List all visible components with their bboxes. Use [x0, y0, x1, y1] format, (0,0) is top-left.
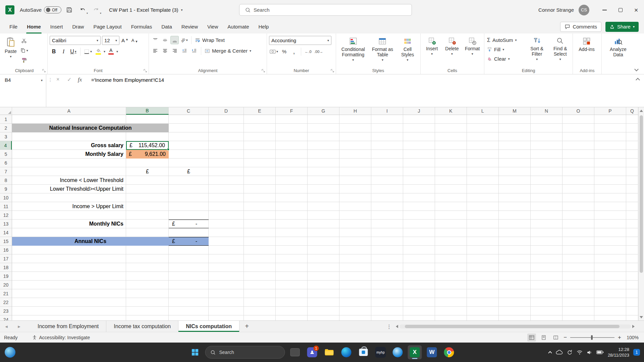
find-select-button[interactable]: Find & Select ▾	[550, 36, 571, 62]
edge-button[interactable]	[339, 345, 354, 359]
format-painter-button[interactable]	[19, 56, 29, 64]
percent-style-button[interactable]: %	[280, 47, 288, 56]
addins-button[interactable]: Add-ins	[575, 36, 598, 53]
name-box[interactable]: B4 ▾	[0, 74, 46, 107]
ribbon-tab-formulas[interactable]: Formulas	[126, 20, 157, 34]
autosave-control[interactable]: AutoSave Off	[20, 6, 61, 13]
insert-function-button[interactable]: fx	[78, 76, 82, 83]
chrome-button[interactable]	[442, 345, 456, 359]
widgets-button[interactable]	[5, 347, 15, 358]
name-box-chevron[interactable]: ▾	[41, 79, 43, 82]
enter-button[interactable]: ✓	[67, 76, 71, 83]
column-header-l[interactable]: L	[467, 107, 499, 115]
scroll-right-arrow[interactable]	[632, 325, 635, 328]
top-align-button[interactable]	[151, 36, 159, 44]
underline-chevron[interactable]: ▾	[75, 50, 76, 53]
font-name-combo[interactable]: Calibri ▾	[50, 36, 101, 45]
format-as-table-chevron[interactable]: ▾	[382, 58, 383, 62]
cell-a15-annual-nics-label[interactable]: Annual NICs	[12, 237, 169, 246]
row-header-5[interactable]: 5	[0, 150, 12, 159]
cut-button[interactable]	[19, 37, 29, 45]
clear-chevron[interactable]: ▾	[508, 57, 510, 61]
bottom-align-button[interactable]	[170, 36, 179, 44]
format-as-table-button[interactable]: Format as Table ▾	[370, 36, 396, 63]
column-header-e[interactable]: E	[244, 107, 276, 115]
row-header-14[interactable]: 14	[0, 228, 12, 237]
user-avatar[interactable]: CS	[579, 5, 589, 15]
sync-icon[interactable]	[567, 350, 573, 355]
column-header-c[interactable]: C	[169, 107, 209, 115]
select-all-button[interactable]	[0, 107, 12, 115]
battery-icon[interactable]	[596, 350, 604, 355]
sheet-nav-right[interactable]: ▸	[13, 321, 25, 332]
row-header-13[interactable]: 13	[0, 220, 12, 228]
row-header-21[interactable]: 21	[0, 289, 12, 298]
row-header-22[interactable]: 22	[0, 298, 12, 307]
sheet-nav-left[interactable]: ◂	[0, 321, 13, 332]
bing-button[interactable]	[391, 345, 405, 359]
row-header-6[interactable]: 6	[0, 159, 12, 167]
ribbon-tab-insert[interactable]: Insert	[46, 20, 68, 34]
document-title[interactable]: CW Part 1 - Excel Template (3) ▾	[109, 7, 182, 13]
cell-b4-gross-salary-value-selected[interactable]: £ 115,452.00	[126, 141, 169, 150]
collapse-ribbon-button[interactable]	[635, 68, 638, 71]
zoom-out-button[interactable]: −	[564, 334, 567, 341]
middle-align-button[interactable]	[161, 36, 169, 44]
taskbar-clock[interactable]: 12:28 28/11/2023	[608, 347, 629, 358]
row-header-8[interactable]: 8	[0, 176, 12, 185]
align-center-button[interactable]	[161, 47, 169, 55]
fill-color-button[interactable]	[94, 47, 102, 56]
cell-a8-income-below-lower-threshold[interactable]: Income < Lower Threshold	[12, 176, 126, 185]
delete-cells-button[interactable]: Delete ▾	[443, 36, 462, 57]
font-color-button[interactable]: A	[107, 47, 115, 56]
cell-a11-income-above-upper-limit[interactable]: Income > Upper Limit	[12, 202, 126, 211]
row-header-17[interactable]: 17	[0, 254, 12, 263]
minimize-button[interactable]	[597, 0, 612, 20]
redo-dropdown-chevron[interactable]: ▾	[100, 12, 101, 15]
column-header-a[interactable]: A	[12, 107, 126, 115]
fill-color-chevron[interactable]: ▾	[104, 50, 105, 53]
row-header-18[interactable]: 18	[0, 263, 12, 272]
scroll-down-arrow[interactable]	[640, 316, 643, 318]
decrease-decimal-button[interactable]: .00→	[314, 47, 324, 56]
cell-c7-currency-header[interactable]: £	[169, 167, 209, 176]
cell-a4-gross-salary-label[interactable]: Gross salary	[12, 141, 126, 150]
row-header-2[interactable]: 2	[0, 124, 12, 132]
scroll-left-arrow[interactable]	[396, 325, 398, 328]
row-header-4[interactable]: 4	[0, 141, 12, 150]
merge-center-chevron[interactable]: ▾	[250, 49, 251, 53]
row-header-24[interactable]: 24	[0, 315, 12, 320]
excel-logo-icon[interactable]: X	[5, 5, 14, 14]
sort-filter-chevron[interactable]: ▾	[536, 58, 538, 61]
people-app-button[interactable]: 1	[305, 345, 319, 359]
cell-c15-annual-nics-value[interactable]: £ -	[169, 237, 209, 246]
scroll-up-arrow[interactable]	[640, 110, 643, 112]
zoom-slider[interactable]	[570, 337, 614, 338]
format-chevron[interactable]: ▾	[472, 52, 473, 56]
comma-style-button[interactable]: ,	[290, 47, 298, 56]
close-button[interactable]: ×	[628, 0, 644, 20]
horizontal-scroll-track[interactable]	[399, 324, 631, 328]
myhp-button[interactable]: myhp	[374, 345, 388, 359]
cell-c13-monthly-nics-value[interactable]: £ -	[169, 220, 209, 228]
cell-a13-monthly-nics-label[interactable]: Monthly NICs	[12, 220, 126, 228]
align-right-button[interactable]	[170, 47, 179, 55]
sheet-tab-nics-computation[interactable]: NICs computation	[178, 321, 239, 332]
borders-button[interactable]: ▾	[83, 47, 93, 56]
insert-cells-button[interactable]: Insert ▾	[423, 36, 441, 57]
accounting-format-button[interactable]: ▾	[269, 47, 279, 56]
delete-chevron[interactable]: ▾	[451, 52, 453, 56]
autosave-toggle[interactable]: Off	[44, 6, 61, 13]
ribbon-tab-help[interactable]: Help	[254, 20, 274, 34]
font-dialog-launcher[interactable]	[144, 69, 147, 72]
merge-center-button[interactable]: Merge & Center ▾	[204, 47, 252, 55]
copy-dropdown-chevron[interactable]: ▾	[26, 49, 28, 52]
formula-bar-handle[interactable]: ⋮	[48, 77, 53, 82]
row-header-1[interactable]: 1	[0, 115, 12, 124]
vertical-scrollbar[interactable]	[638, 107, 644, 320]
cell-a9-between-thresholds[interactable]: Lower Threshold><Upper Limit	[12, 185, 126, 193]
normal-view-button[interactable]	[527, 334, 536, 342]
sort-filter-button[interactable]: Sort & Filter ▾	[527, 36, 547, 62]
word-taskbar-button[interactable]: W	[425, 345, 439, 359]
search-box[interactable]: Search	[239, 4, 412, 16]
